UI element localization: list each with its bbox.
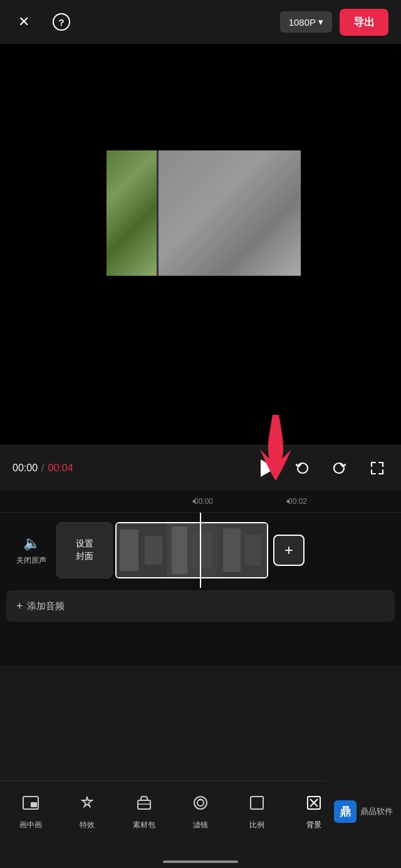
- clip-thumb-2: [167, 523, 217, 577]
- toolbar-item-picture-in-picture[interactable]: 画中画: [3, 789, 59, 835]
- add-audio-plus-icon: +: [16, 600, 23, 613]
- toolbar-item-effects[interactable]: 特效: [59, 789, 115, 835]
- time-current: 00:00: [13, 463, 38, 474]
- svg-rect-1: [120, 530, 138, 571]
- toolbar-item-ratio[interactable]: 比例: [229, 789, 285, 835]
- materials-icon: [135, 794, 153, 816]
- top-bar: ✕ ? 1080P ▾ 导出: [0, 0, 401, 44]
- playhead: [200, 513, 201, 588]
- top-bar-left: ✕ ?: [13, 11, 73, 33]
- help-icon: ?: [53, 13, 70, 31]
- timeline-ruler: 00:00 00:02: [0, 490, 401, 513]
- effects-icon: [78, 794, 96, 816]
- watermark-text: 鼎品软件: [360, 806, 393, 817]
- resolution-label: 1080P: [289, 17, 316, 28]
- video-frame-left-content: [107, 150, 157, 276]
- resolution-arrow-icon: ▾: [318, 16, 323, 28]
- clip-thumb-1: [117, 523, 167, 577]
- cover-label: 设置封面: [76, 538, 93, 562]
- mute-icon: 🔈: [23, 535, 40, 552]
- export-button[interactable]: 导出: [340, 9, 388, 36]
- svg-rect-11: [138, 800, 150, 809]
- clip-thumb-3: [217, 523, 267, 577]
- frame-divider: [157, 150, 159, 276]
- watermark-logo: 鼎: [334, 800, 357, 823]
- toolbar-label-filters: 滤镜: [193, 820, 208, 830]
- svg-rect-2: [145, 536, 162, 565]
- svg-rect-7: [223, 528, 241, 572]
- redo-icon: [331, 459, 348, 477]
- clip-strip[interactable]: [115, 522, 268, 578]
- time-display: 00:00 / 00:04: [13, 463, 73, 474]
- ruler-mark-0: 00:00: [194, 497, 213, 506]
- toolbar-label-materials: 素材包: [133, 820, 155, 830]
- timeline-area: 00:00 00:02 🔈 关闭原声 设置封面: [0, 490, 401, 666]
- toolbar-item-materials[interactable]: 素材包: [116, 789, 172, 835]
- ruler-dot-2: [287, 499, 290, 503]
- fullscreen-button[interactable]: [366, 457, 388, 479]
- help-button[interactable]: ?: [50, 11, 73, 33]
- fullscreen-icon: [368, 459, 386, 477]
- playback-controls: 00:00 / 00:04: [0, 445, 401, 490]
- toolbar-label-background: 背景: [306, 820, 321, 830]
- video-clips: +: [115, 522, 401, 578]
- ratio-icon: [248, 794, 266, 816]
- redo-button[interactable]: [328, 457, 351, 479]
- resolution-button[interactable]: 1080P ▾: [280, 11, 332, 33]
- video-frame-right-content: [157, 150, 301, 276]
- top-bar-right: 1080P ▾ 导出: [280, 9, 388, 36]
- svg-rect-10: [31, 802, 37, 807]
- time-total: 00:04: [48, 463, 73, 474]
- add-audio-button[interactable]: + 添加音频: [6, 590, 395, 622]
- video-frame: [107, 150, 301, 276]
- add-audio-label: 添加音频: [27, 600, 65, 612]
- background-icon: [305, 794, 323, 816]
- svg-point-12: [194, 797, 207, 809]
- time-separator: /: [41, 463, 44, 474]
- filters-icon: [192, 794, 209, 816]
- svg-rect-14: [251, 797, 263, 809]
- cover-button[interactable]: 设置封面: [56, 522, 113, 578]
- watermark: 鼎 鼎品软件: [326, 780, 401, 843]
- bottom-indicator: [163, 860, 238, 863]
- close-icon: ✕: [18, 14, 29, 30]
- timeline-wrapper: 00:00 00:02 🔈 关闭原声 设置封面: [0, 490, 401, 666]
- toolbar-label-effects: 特效: [80, 820, 95, 830]
- toolbar-label-ratio: 比例: [249, 820, 264, 830]
- toolbar-item-filters[interactable]: 滤镜: [172, 789, 229, 835]
- svg-rect-4: [172, 526, 187, 574]
- mute-button[interactable]: 🔈 关闭原声: [0, 535, 56, 566]
- toolbar-label-picture-in-picture: 画中画: [19, 820, 42, 830]
- ruler-dot-0: [193, 499, 196, 503]
- add-clip-button[interactable]: +: [273, 535, 305, 566]
- svg-rect-8: [245, 535, 261, 566]
- close-button[interactable]: ✕: [13, 11, 35, 33]
- mute-label: 关闭原声: [16, 555, 46, 566]
- arrow-annotation: [238, 409, 313, 490]
- ruler-mark-2: 00:02: [288, 497, 307, 506]
- picture-in-picture-icon: [22, 794, 39, 816]
- svg-rect-5: [192, 533, 212, 568]
- video-preview: [0, 44, 401, 445]
- timeline-track-area: 🔈 关闭原声 设置封面: [0, 513, 401, 588]
- down-arrow-icon: [238, 409, 313, 490]
